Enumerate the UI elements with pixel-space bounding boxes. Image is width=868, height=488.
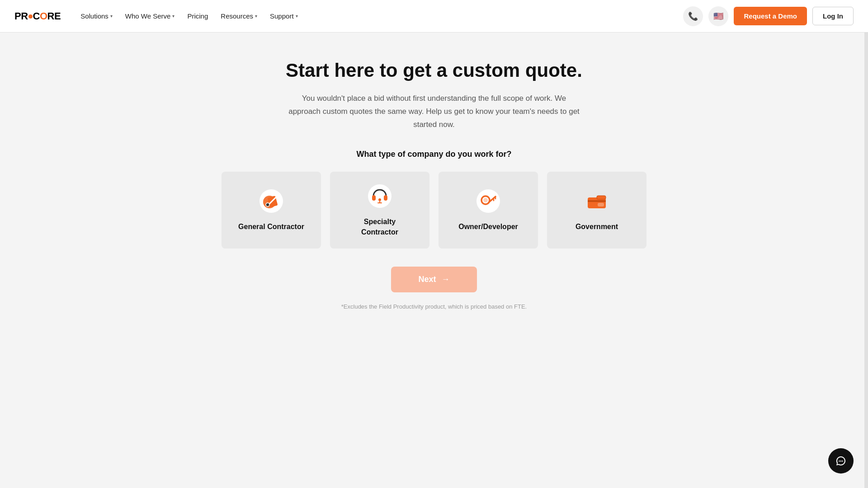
card-general-contractor[interactable]: General Contractor xyxy=(222,172,321,249)
general-contractor-label: General Contractor xyxy=(238,222,304,232)
nav-item-resources[interactable]: Resources ▾ xyxy=(215,9,263,23)
scrollbar-track xyxy=(864,0,868,488)
chevron-down-icon: ▾ xyxy=(172,14,175,19)
chevron-down-icon: ▾ xyxy=(110,14,113,19)
svg-point-9 xyxy=(476,189,500,213)
logo[interactable]: PRCORE xyxy=(14,10,61,22)
card-government[interactable]: Government xyxy=(547,172,646,249)
card-specialty-contractor[interactable]: Specialty Contractor xyxy=(330,172,429,249)
phone-button[interactable]: 📞 xyxy=(683,6,703,26)
navbar-actions: 📞 🇺🇸 Request a Demo Log In xyxy=(683,6,854,26)
nav-label-support: Support xyxy=(270,12,294,20)
main-content: Start here to get a custom quote. You wo… xyxy=(0,33,868,346)
page-subtitle: You wouldn't place a bid without first u… xyxy=(285,92,583,131)
nav-item-support[interactable]: Support ▾ xyxy=(264,9,303,23)
svg-point-20 xyxy=(840,460,841,461)
nav-menu: Solutions ▾ Who We Serve ▾ Pricing Resou… xyxy=(75,9,683,23)
page-title: Start here to get a custom quote. xyxy=(286,60,582,81)
owner-developer-label: Owner/Developer xyxy=(458,222,518,232)
request-demo-button[interactable]: Request a Demo xyxy=(734,7,807,25)
nav-item-who-we-serve[interactable]: Who We Serve ▾ xyxy=(120,9,180,23)
nav-label-solutions: Solutions xyxy=(80,12,108,20)
login-button[interactable]: Log In xyxy=(812,7,854,25)
nav-label-pricing: Pricing xyxy=(187,12,208,20)
nav-item-solutions[interactable]: Solutions ▾ xyxy=(75,9,118,23)
arrow-right-icon: → xyxy=(442,275,450,284)
svg-rect-16 xyxy=(588,200,606,202)
phone-icon: 📞 xyxy=(688,11,698,21)
svg-point-8 xyxy=(378,198,381,201)
svg-rect-6 xyxy=(372,195,376,201)
owner-developer-icon xyxy=(475,188,502,215)
chevron-down-icon: ▾ xyxy=(255,14,257,19)
footnote: *Excludes the Field Productivity product… xyxy=(341,303,527,310)
language-button[interactable]: 🇺🇸 xyxy=(708,6,728,26)
chat-icon xyxy=(835,455,846,466)
svg-point-4 xyxy=(266,203,269,206)
svg-point-11 xyxy=(483,198,488,202)
svg-rect-18 xyxy=(598,203,604,206)
next-button[interactable]: Next → xyxy=(391,267,476,292)
next-button-label: Next xyxy=(418,275,436,284)
specialty-contractor-icon xyxy=(366,183,393,210)
svg-point-5 xyxy=(368,184,392,208)
nav-label-who-we-serve: Who We Serve xyxy=(125,12,171,20)
government-label: Government xyxy=(576,222,618,232)
svg-rect-17 xyxy=(597,196,606,199)
navbar: PRCORE Solutions ▾ Who We Serve ▾ Pricin… xyxy=(0,0,868,33)
government-icon xyxy=(583,188,610,215)
logo-text: PRCORE xyxy=(14,10,61,22)
nav-item-pricing[interactable]: Pricing xyxy=(182,9,213,23)
flag-icon: 🇺🇸 xyxy=(713,11,723,21)
svg-point-21 xyxy=(842,460,843,461)
specialty-contractor-label: Specialty Contractor xyxy=(361,217,398,237)
nav-label-resources: Resources xyxy=(221,12,253,20)
demo-button-label: Request a Demo xyxy=(744,12,797,20)
svg-point-19 xyxy=(839,460,840,461)
chat-button[interactable] xyxy=(828,448,854,474)
company-type-cards: General Contractor Specialty Contractor xyxy=(222,172,646,249)
login-button-label: Log In xyxy=(823,12,843,20)
company-type-question: What type of company do you work for? xyxy=(356,150,511,159)
chevron-down-icon: ▾ xyxy=(296,14,298,19)
card-owner-developer[interactable]: Owner/Developer xyxy=(439,172,538,249)
general-contractor-icon xyxy=(258,188,285,215)
svg-rect-7 xyxy=(384,195,387,201)
